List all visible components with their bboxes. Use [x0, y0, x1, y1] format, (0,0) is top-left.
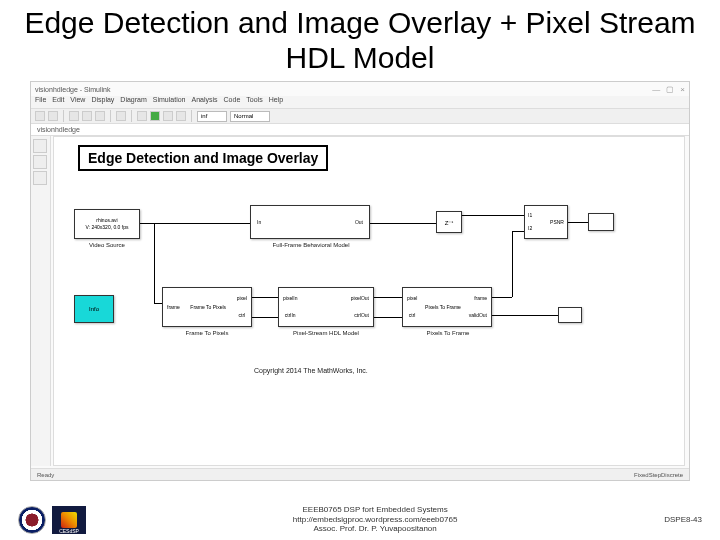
page-number: DSPE8-43	[664, 515, 702, 524]
status-bar: Ready FixedStepDiscrete	[31, 468, 689, 480]
slide-footer: CESdSP EEEB0765 DSP fort Embedded System…	[0, 505, 720, 534]
p2f-ctrl: ctrl	[407, 312, 417, 319]
university-logo-icon	[18, 506, 46, 534]
window-title: visionhdledge - Simulink	[35, 86, 110, 93]
tb-step-fwd-icon[interactable]	[163, 111, 173, 121]
block-hdl-model[interactable]: pixelIn ctrlIn pixelOut ctrlOut	[278, 287, 374, 327]
maximize-icon[interactable]: ▢	[666, 85, 674, 94]
menu-tools[interactable]: Tools	[246, 96, 262, 108]
footer-course: EEEB0765 DSP fort Embedded Systems	[86, 505, 664, 515]
pal-fit-icon[interactable]	[33, 171, 47, 185]
label-hdl: Pixel-Stream HDL Model	[288, 330, 364, 336]
menu-help[interactable]: Help	[269, 96, 283, 108]
footer-author: Assoc. Prof. Dr. P. Yuvapoositanon	[86, 524, 664, 534]
menu-simulation[interactable]: Simulation	[153, 96, 186, 108]
ffb-out: Out	[355, 219, 363, 226]
ffb-in: In	[257, 219, 261, 226]
label-full-frame: Full-Frame Behavioral Model	[266, 242, 356, 248]
minimize-icon[interactable]: —	[652, 85, 660, 94]
menu-edit[interactable]: Edit	[52, 96, 64, 108]
tb-sep	[63, 110, 64, 122]
cesdsp-logo-text: CESdSP	[59, 528, 79, 534]
block-frame-to-pixels[interactable]: frame Frame To Pixels pixel ctrl	[162, 287, 252, 327]
breadcrumb: visionhdledge	[31, 124, 689, 136]
hdl-pout2: ctrlOut	[351, 312, 369, 319]
psnr-i1: I1	[528, 212, 532, 219]
close-icon[interactable]: ×	[680, 85, 685, 94]
src-file: rhinos.avi	[96, 217, 117, 224]
signal-line	[462, 215, 524, 216]
footer-url: http://embedsigproc.wordpress.com/eeeb07…	[86, 515, 664, 525]
tb-new-icon[interactable]	[35, 111, 45, 121]
signal-line	[252, 297, 278, 298]
status-left: Ready	[37, 472, 54, 478]
p2f-frame: frame	[469, 295, 487, 302]
tb-back-icon[interactable]	[69, 111, 79, 121]
signal-line	[492, 297, 512, 298]
tb-lib-icon[interactable]	[116, 111, 126, 121]
menu-display[interactable]: Display	[91, 96, 114, 108]
copyright: Copyright 2014 The MathWorks, Inc.	[254, 367, 368, 374]
menu-code[interactable]: Code	[224, 96, 241, 108]
block-info[interactable]: Info	[74, 295, 114, 323]
f2p-ctrl: ctrl	[237, 312, 247, 319]
signal-line	[374, 317, 402, 318]
hdl-pin1: pixelIn	[283, 295, 297, 302]
signal-line	[154, 224, 155, 303]
block-delay[interactable]: Z⁻¹	[436, 211, 462, 233]
delay-text: Z⁻¹	[445, 219, 454, 226]
pal-zoom-icon[interactable]	[33, 155, 47, 169]
cesdsp-logo-icon: CESdSP	[52, 506, 86, 534]
f2p-pixel: pixel	[237, 295, 247, 302]
tb-sep	[131, 110, 132, 122]
block-full-frame[interactable]: In Out	[250, 205, 370, 239]
block-terminator[interactable]	[558, 307, 582, 323]
window-titlebar: visionhdledge - Simulink — ▢ ×	[31, 82, 689, 96]
menu-analysis[interactable]: Analysis	[191, 96, 217, 108]
signal-line	[252, 317, 278, 318]
tb-fwd-icon[interactable]	[82, 111, 92, 121]
p2f-pixel: pixel	[407, 295, 417, 302]
label-p2f: Pixels To Frame	[416, 330, 480, 336]
p2f-inner: Pixels To Frame	[425, 304, 461, 311]
menu-view[interactable]: View	[70, 96, 85, 108]
toolbar: inf Normal	[31, 108, 689, 124]
signal-line	[370, 223, 436, 224]
signal-line	[568, 222, 588, 223]
tb-sep	[191, 110, 192, 122]
menu-diagram[interactable]: Diagram	[120, 96, 146, 108]
block-pixels-to-frame[interactable]: pixel ctrl Pixels To Frame frame validOu…	[402, 287, 492, 327]
tb-step-back-icon[interactable]	[137, 111, 147, 121]
pal-explorer-icon[interactable]	[33, 139, 47, 153]
hdl-pout1: pixelOut	[351, 295, 369, 302]
slide-title: Edge Detection and Image Overlay + Pixel…	[0, 0, 720, 79]
block-video-source[interactable]: rhinos.avi V: 240x320, 0.0 fps	[74, 209, 140, 239]
crumb-root[interactable]: visionhdledge	[37, 126, 80, 133]
block-display[interactable]	[588, 213, 614, 231]
f2p-in: frame	[167, 304, 180, 311]
sim-mode-dropdown[interactable]: Normal	[230, 111, 270, 122]
label-video-source: Video Source	[80, 242, 134, 248]
label-f2p: Frame To Pixels	[174, 330, 240, 336]
tb-up-icon[interactable]	[95, 111, 105, 121]
tb-save-icon[interactable]	[48, 111, 58, 121]
info-text: Info	[89, 306, 99, 312]
src-dims: V: 240x320, 0.0 fps	[86, 224, 129, 231]
tb-stop-icon[interactable]	[176, 111, 186, 121]
simulink-window: visionhdledge - Simulink — ▢ × File Edit…	[30, 81, 690, 481]
menu-bar: File Edit View Display Diagram Simulatio…	[31, 96, 689, 108]
signal-line	[492, 315, 558, 316]
signal-line	[154, 303, 162, 304]
signal-line	[512, 231, 524, 232]
psnr-i2: I2	[528, 225, 532, 232]
signal-line	[140, 223, 250, 224]
model-title-box: Edge Detection and Image Overlay	[78, 145, 328, 171]
block-psnr[interactable]: I1 I2 PSNR	[524, 205, 568, 239]
f2p-inner: Frame To Pixels	[190, 304, 226, 311]
tb-run-icon[interactable]	[150, 111, 160, 121]
signal-line	[512, 231, 513, 297]
model-canvas[interactable]: Edge Detection and Image Overlay rhinos.…	[53, 136, 685, 466]
hdl-pin2: ctrlIn	[283, 312, 297, 319]
stop-time-field[interactable]: inf	[197, 111, 227, 122]
menu-file[interactable]: File	[35, 96, 46, 108]
